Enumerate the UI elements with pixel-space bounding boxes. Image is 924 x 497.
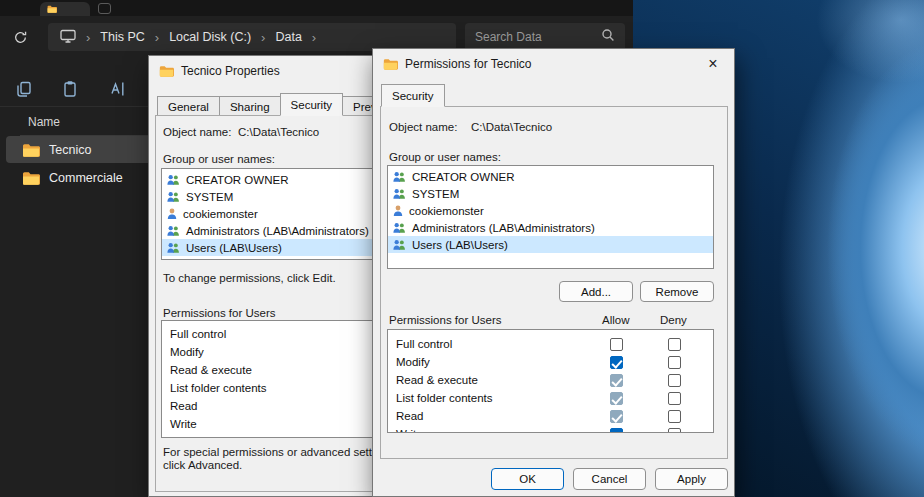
add-button[interactable]: Add...	[559, 281, 633, 302]
group-icon	[166, 191, 181, 203]
deny-checkbox-modify[interactable]	[668, 356, 681, 369]
group-icon	[392, 222, 407, 234]
paste-button[interactable]	[58, 77, 82, 101]
ok-button[interactable]: OK	[491, 468, 564, 490]
permission-row: Read	[388, 408, 713, 426]
group-icon	[392, 171, 407, 183]
chevron-right-icon: ›	[86, 30, 90, 45]
cancel-button[interactable]: Cancel	[573, 468, 646, 490]
permissions-dialog: Permissions for Tecnico × Security Objec…	[372, 48, 735, 497]
permissions-for-users-label: Permissions for Users	[389, 314, 501, 326]
allow-checkbox-read	[610, 410, 623, 423]
breadcrumb: › This PC › Local Disk (C:) › Data ›	[48, 23, 456, 51]
folder-icon	[22, 143, 40, 157]
group-icon	[166, 242, 181, 254]
user-row-selected[interactable]: Users (LAB\Users)	[388, 236, 713, 253]
chevron-right-icon: ›	[155, 30, 159, 45]
permission-row: Modify	[388, 354, 713, 372]
allow-checkbox-read-execute	[610, 374, 623, 387]
permissions-for-users-label: Permissions for Users	[163, 307, 275, 319]
desktop: › This PC › Local Disk (C:) › Data › Sea…	[0, 0, 924, 497]
allow-column-header: Allow	[602, 314, 629, 326]
group-user-names-label: Group or user names:	[163, 153, 275, 165]
breadcrumb-this-pc[interactable]: This PC	[100, 30, 144, 44]
user-name: SYSTEM	[186, 191, 233, 203]
user-row[interactable]: CREATOR OWNER	[388, 168, 713, 185]
tab-sharing[interactable]: Sharing	[219, 96, 281, 116]
permission-name: Modify	[396, 356, 430, 368]
refresh-button[interactable]	[8, 25, 32, 49]
group-user-list: CREATOR OWNER SYSTEM cookiemonster Admin…	[387, 165, 714, 269]
object-name-label: Object name:	[389, 121, 457, 133]
search-placeholder: Search Data	[475, 30, 542, 44]
chevron-right-icon: ›	[261, 30, 265, 45]
folder-icon	[383, 58, 398, 70]
user-row[interactable]: SYSTEM	[388, 185, 713, 202]
rename-button[interactable]	[106, 77, 130, 101]
explorer-tab[interactable]	[40, 2, 90, 16]
permission-name: Write	[396, 428, 423, 433]
object-name-value: C:\Data\Tecnico	[471, 121, 552, 133]
copy-button[interactable]	[12, 77, 36, 101]
permission-row: List folder contents	[388, 390, 713, 408]
allow-checkbox-full-control[interactable]	[610, 338, 623, 351]
apply-button[interactable]: Apply	[655, 468, 728, 490]
group-icon	[166, 225, 181, 237]
permission-name: Read & execute	[396, 374, 478, 386]
close-icon[interactable]: ×	[692, 49, 734, 79]
copy-icon	[15, 80, 33, 98]
folder-icon	[22, 171, 40, 185]
group-icon	[392, 188, 407, 200]
advanced-hint-line1: For special permissions or advanced sett…	[163, 446, 387, 458]
deny-column-header: Deny	[660, 314, 687, 326]
chevron-right-icon: ›	[312, 30, 316, 45]
rename-icon	[109, 80, 127, 98]
search-input[interactable]: Search Data	[465, 23, 625, 51]
dialog-title: Tecnico Properties	[181, 64, 280, 78]
breadcrumb-local-disk[interactable]: Local Disk (C:)	[169, 30, 251, 44]
object-name-label: Object name:	[163, 126, 231, 138]
file-name: Commerciale	[49, 171, 123, 185]
permission-row: Full control	[388, 336, 713, 354]
user-name: CREATOR OWNER	[412, 171, 514, 183]
deny-checkbox-read[interactable]	[668, 410, 681, 423]
new-tab-icon[interactable]	[98, 3, 111, 14]
user-name: CREATOR OWNER	[186, 174, 288, 186]
user-name: Administrators (LAB\Administrators)	[186, 225, 369, 237]
allow-checkbox-write[interactable]	[610, 428, 623, 433]
column-header-name[interactable]: Name	[28, 115, 60, 129]
permissions-dialog-titlebar[interactable]: Permissions for Tecnico	[373, 49, 734, 79]
deny-checkbox-read-execute[interactable]	[668, 374, 681, 387]
paste-icon	[61, 80, 79, 98]
permissions-tabs: Security	[381, 87, 444, 107]
deny-checkbox-write[interactable]	[668, 428, 681, 433]
search-icon	[601, 28, 615, 45]
group-user-names-label: Group or user names:	[389, 151, 501, 163]
allow-checkbox-modify[interactable]	[610, 356, 623, 369]
advanced-hint-line2: click Advanced.	[163, 459, 242, 471]
breadcrumb-data[interactable]: Data	[275, 30, 301, 44]
permissions-grid: Full control Modify Read & execute List …	[387, 329, 714, 433]
group-icon	[392, 239, 407, 251]
user-name: cookiemonster	[409, 205, 484, 217]
permission-row: Read & execute	[388, 372, 713, 390]
deny-checkbox-full-control[interactable]	[668, 338, 681, 351]
permission-name: Full control	[396, 338, 452, 350]
explorer-tab-strip	[0, 0, 633, 16]
user-icon	[392, 205, 404, 217]
user-row[interactable]: cookiemonster	[388, 202, 713, 219]
user-name: Administrators (LAB\Administrators)	[412, 222, 595, 234]
user-row[interactable]: Administrators (LAB\Administrators)	[388, 219, 713, 236]
refresh-icon	[13, 30, 28, 45]
remove-button[interactable]: Remove	[640, 281, 714, 302]
tab-general[interactable]: General	[157, 96, 220, 116]
deny-checkbox-list-folder-contents[interactable]	[668, 392, 681, 405]
group-icon	[166, 174, 181, 186]
edit-hint: To change permissions, click Edit.	[163, 272, 336, 284]
allow-checkbox-list-folder-contents	[610, 392, 623, 405]
user-icon	[166, 208, 178, 220]
tab-security[interactable]: Security	[381, 84, 445, 107]
permission-row: Write	[388, 426, 713, 433]
tab-security[interactable]: Security	[280, 93, 344, 116]
folder-icon	[47, 5, 57, 13]
